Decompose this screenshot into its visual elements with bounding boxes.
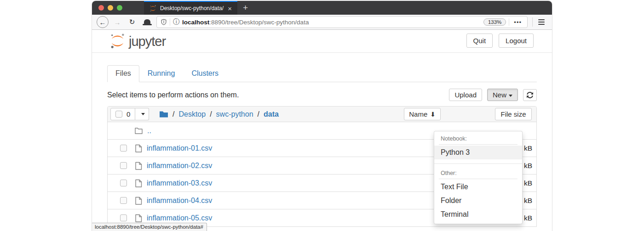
action-row: Select items to perform actions on them.… [107, 88, 537, 101]
menu-item-folder[interactable]: Folder [434, 194, 522, 208]
row-checkbox[interactable] [120, 197, 127, 204]
zoom-window-icon[interactable] [117, 5, 122, 11]
logout-button[interactable]: Logout [499, 34, 534, 48]
link-preview-statusbar: localhost:8890/tree/Desktop/swc-python/d… [92, 223, 207, 231]
new-tab-button[interactable]: + [237, 1, 253, 15]
jupyter-logo[interactable]: jupyter [109, 33, 166, 49]
row-checkbox[interactable] [120, 214, 127, 221]
selected-count: 0 [126, 110, 130, 118]
caret-down-icon [509, 95, 512, 97]
back-icon[interactable]: ← [97, 16, 109, 28]
close-tab-icon[interactable]: × [226, 5, 234, 12]
file-link[interactable]: inflammation-04.csv [147, 197, 437, 205]
file-link[interactable]: inflammation-03.csv [147, 179, 437, 187]
menu-divider [439, 179, 518, 179]
jupyter-logo-text: jupyter [129, 35, 166, 49]
tracking-protection-icon[interactable] [161, 19, 167, 26]
jupyter-header: jupyter Quit Logout [92, 30, 552, 53]
forward-icon[interactable]: → [111, 16, 123, 28]
menu-header-notebook: Notebook: [434, 134, 522, 143]
breadcrumb-data[interactable]: data [264, 110, 279, 118]
breadcrumb-swc-python[interactable]: swc-python [216, 110, 253, 118]
file-icon [135, 179, 142, 187]
toolbar-divider [532, 17, 533, 27]
tab-title: Desktop/swc-python/data/ [160, 5, 226, 11]
traffic-lights [92, 1, 129, 15]
file-icon [135, 162, 142, 170]
caret-down-icon [141, 113, 145, 115]
menu-item-text-file[interactable]: Text File [434, 180, 522, 194]
file-link[interactable]: inflammation-02.csv [147, 162, 437, 170]
browser-tab-strip: Desktop/swc-python/data/ × + [92, 1, 552, 15]
quit-button[interactable]: Quit [466, 34, 493, 48]
page-actions-icon[interactable]: ••• [512, 19, 523, 26]
folder-outline-icon [135, 127, 143, 134]
menu-header-other: Other: [434, 168, 522, 178]
menu-divider [439, 144, 518, 145]
file-icon [135, 214, 142, 222]
refresh-icon [526, 91, 534, 99]
jupyter-page: jupyter Quit Logout Files Running Cluste… [92, 30, 552, 231]
menu-divider [434, 163, 522, 164]
menu-item-python3[interactable]: Python 3 [434, 146, 522, 159]
url-path: :8890/tree/Desktop/swc-python/data [209, 19, 309, 26]
reload-icon[interactable]: ↻ [126, 16, 138, 28]
file-icon [135, 197, 142, 205]
tab-clusters[interactable]: Clusters [183, 65, 227, 82]
tab-files[interactable]: Files [107, 65, 139, 82]
row-checkbox[interactable] [120, 162, 127, 169]
breadcrumb-desktop[interactable]: Desktop [178, 110, 206, 118]
notebook-tabs: Files Running Clusters [107, 65, 537, 82]
url-host: localhost [182, 19, 209, 26]
close-window-icon[interactable] [98, 5, 104, 11]
menu-item-terminal[interactable]: Terminal [434, 208, 522, 221]
url-bar[interactable]: ⓘ localhost:8890/tree/Desktop/swc-python… [156, 16, 528, 28]
zoom-level-badge[interactable]: 133% [483, 18, 506, 26]
browser-tab-active[interactable]: Desktop/swc-python/data/ × [144, 1, 237, 15]
file-icon [135, 144, 142, 152]
refresh-button[interactable] [523, 89, 537, 101]
select-items-hint: Select items to perform actions on them. [107, 91, 239, 99]
row-checkbox[interactable] [120, 180, 127, 186]
listing-header: 0 / Desktop / swc-python / data [108, 107, 536, 122]
breadcrumb: / Desktop / swc-python / data [159, 107, 279, 122]
file-link[interactable]: inflammation-05.csv [147, 214, 437, 222]
select-all-group: 0 [110, 108, 149, 120]
folder-icon [159, 110, 168, 118]
sort-by-size-button[interactable]: File size [495, 108, 532, 120]
minimize-window-icon[interactable] [108, 5, 113, 11]
jupyter-favicon-icon [150, 5, 156, 12]
new-dropdown-menu: Notebook: Python 3 Other: Text File Fold… [434, 131, 523, 224]
select-all-button[interactable]: 0 [110, 108, 135, 120]
url-text[interactable]: localhost:8890/tree/Desktop/swc-python/d… [182, 19, 481, 26]
tab-running[interactable]: Running [139, 65, 184, 82]
upload-button[interactable]: Upload [449, 89, 482, 101]
menu-icon[interactable] [537, 19, 546, 25]
sort-by-name-button[interactable]: Name ⬇ [404, 108, 441, 120]
home-icon[interactable] [143, 19, 152, 25]
urlbar-divider [509, 18, 509, 26]
urlbar-divider [170, 18, 170, 26]
file-link[interactable]: inflammation-01.csv [147, 144, 437, 152]
select-all-checkbox[interactable] [115, 111, 122, 118]
site-info-icon[interactable]: ⓘ [173, 18, 179, 26]
sort-desc-icon: ⬇ [430, 111, 436, 118]
browser-window: Desktop/swc-python/data/ × + ← → ↻ ⓘ loc… [92, 1, 552, 231]
file-link[interactable]: .. [147, 127, 437, 135]
row-checkbox[interactable] [120, 145, 127, 152]
jupyter-logo-icon [109, 33, 126, 49]
browser-toolbar: ← → ↻ ⓘ localhost:8890/tree/Desktop/swc-… [92, 15, 552, 30]
select-filter-dropdown[interactable] [135, 108, 149, 120]
new-dropdown-button[interactable]: New [487, 89, 518, 101]
